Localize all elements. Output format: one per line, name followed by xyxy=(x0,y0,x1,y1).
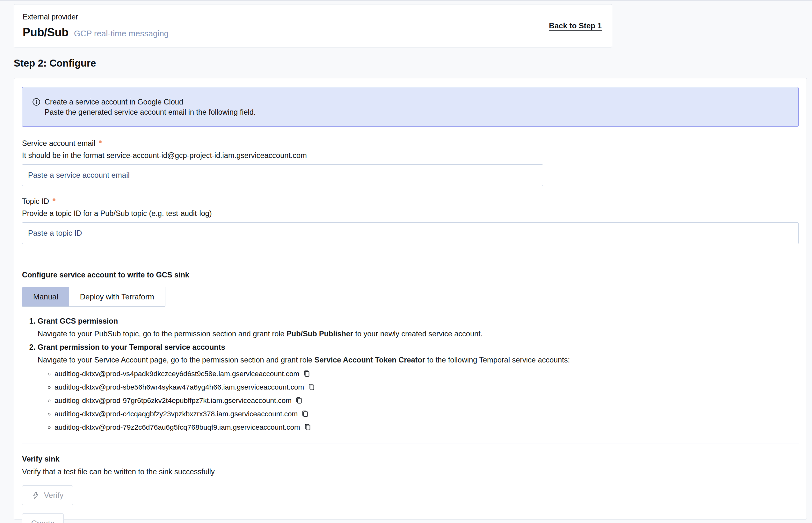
service-account-email-input[interactable] xyxy=(22,164,543,186)
service-account-email: auditlog-dktxv@prod-79z2c6d76au6g5fcq768… xyxy=(54,423,300,431)
step-body: Navigate to your Service Account page, g… xyxy=(38,355,799,365)
required-indicator xyxy=(53,198,55,201)
topic-id-label-text: Topic ID xyxy=(22,197,49,206)
verify-sink-title: Verify sink xyxy=(22,454,799,464)
alert-title: Create a service account in Google Cloud xyxy=(45,97,255,107)
topic-id-input[interactable] xyxy=(22,222,799,244)
top-divider xyxy=(0,0,812,1)
service-account-email-label-text: Service account email xyxy=(22,139,95,148)
tab-deploy-with-terraform[interactable]: Deploy with Terraform xyxy=(69,287,165,306)
provider-name: Pub/Sub xyxy=(23,26,69,39)
deploy-method-tabs: Manual Deploy with Terraform xyxy=(22,287,165,307)
provider-card: External provider Pub/Sub GCP real-time … xyxy=(14,4,612,48)
service-account-email: auditlog-dktxv@prod-97gr6tp6zkv2t4epubff… xyxy=(54,397,292,404)
verify-button[interactable]: Verify xyxy=(22,485,73,505)
step-grant-gcs-permission: Grant GCS permission Navigate to your Pu… xyxy=(38,315,799,339)
step-body-text: to your newly created service account. xyxy=(353,330,482,338)
service-account-list: auditlog-dktxv@prod-vs4padk9dkczcey6d6st… xyxy=(38,368,799,435)
configure-card: Create a service account in Google Cloud… xyxy=(14,78,807,520)
list-item: auditlog-dktxv@prod-97gr6tp6zkv2t4epubff… xyxy=(54,395,799,408)
role-name: Pub/Sub Publisher xyxy=(286,330,353,338)
service-account-email-label: Service account email xyxy=(22,139,799,148)
list-item: auditlog-dktxv@prod-vs4padk9dkczcey6d6st… xyxy=(54,368,799,381)
info-circle-icon xyxy=(32,98,40,117)
back-to-step-1-link[interactable]: Back to Step 1 xyxy=(549,21,602,30)
alert-body: Paste the generated service account emai… xyxy=(45,107,255,117)
step-body-text: Navigate to your PubSub topic, go to the… xyxy=(38,330,286,338)
tab-manual[interactable]: Manual xyxy=(22,287,69,306)
service-account-email: auditlog-dktxv@prod-c4cqaqgbfzy23vpzkbxz… xyxy=(54,410,298,418)
list-item: auditlog-dktxv@prod-c4cqaqgbfzy23vpzkbxz… xyxy=(54,408,799,421)
verify-sink-description: Verify that a test file can be written t… xyxy=(22,467,799,476)
step-body-text: Navigate to your Service Account page, g… xyxy=(38,356,315,364)
service-account-email: auditlog-dktxv@prod-vs4padk9dkczcey6d6st… xyxy=(54,370,299,378)
copy-icon[interactable] xyxy=(301,412,309,419)
copy-icon[interactable] xyxy=(303,425,312,433)
list-item: auditlog-dktxv@prod-sbe56h6wr4sykaw47a6y… xyxy=(54,381,799,395)
provider-subtitle: GCP real-time messaging xyxy=(74,29,169,38)
list-item: auditlog-dktxv@prod-79z2c6d76au6g5fcq768… xyxy=(54,421,799,435)
section-divider xyxy=(22,443,799,444)
copy-icon[interactable] xyxy=(307,385,316,393)
copy-icon[interactable] xyxy=(295,398,303,406)
step-grant-temporal-permission: Grant permission to your Temporal servic… xyxy=(38,342,799,435)
service-account-email: auditlog-dktxv@prod-sbe56h6wr4sykaw47a6y… xyxy=(54,383,304,391)
info-alert: Create a service account in Google Cloud… xyxy=(22,87,799,127)
topic-id-helper: Provide a topic ID for a Pub/Sub topic (… xyxy=(22,209,799,218)
copy-icon[interactable] xyxy=(302,372,311,379)
step-body: Navigate to your PubSub topic, go to the… xyxy=(38,328,799,339)
role-name: Service Account Token Creator xyxy=(315,356,425,364)
step-body-text: to the following Temporal service accoun… xyxy=(425,356,570,364)
step-title: Grant permission to your Temporal servic… xyxy=(38,343,225,351)
topic-id-label: Topic ID xyxy=(22,197,799,206)
required-indicator xyxy=(99,141,102,143)
instruction-steps: Grant GCS permission Navigate to your Pu… xyxy=(22,315,799,435)
page-title: Step 2: Configure xyxy=(14,58,96,69)
verify-button-label: Verify xyxy=(44,491,64,500)
lightning-bolt-icon xyxy=(32,491,39,500)
configure-section-title: Configure service account to write to GC… xyxy=(22,270,799,279)
section-divider xyxy=(22,258,799,258)
create-button[interactable]: Create xyxy=(22,513,64,523)
create-button-label: Create xyxy=(31,519,55,523)
provider-info: External provider Pub/Sub GCP real-time … xyxy=(23,13,169,39)
provider-card-label: External provider xyxy=(23,13,169,21)
service-account-email-helper: It should be in the format service-accou… xyxy=(22,151,799,160)
step-title: Grant GCS permission xyxy=(38,317,118,325)
